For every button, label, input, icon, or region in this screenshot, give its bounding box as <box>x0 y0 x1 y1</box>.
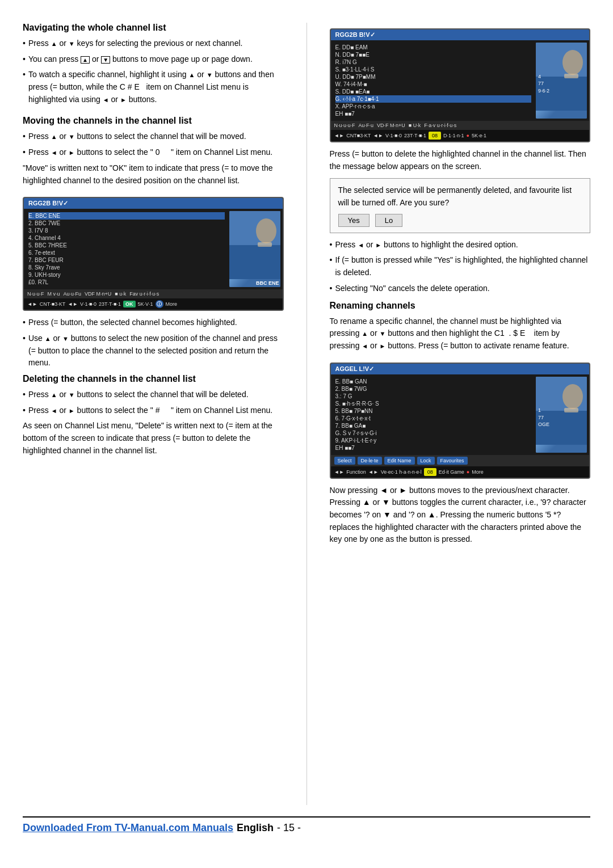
tv-screen-1: RGG2B B!V✓ E. BBC ENE 2. BBC 7WE 3. I7V … <box>23 197 284 311</box>
tv1-thumb-svg <box>229 211 280 279</box>
tv3-bar-more: More <box>472 469 484 475</box>
section-rename-heading: Renaming channels <box>330 301 591 311</box>
tv2-header: RGG2B B!V✓ <box>331 30 590 40</box>
tv1-tab-5: ■ u·k <box>115 291 126 297</box>
svg-point-10 <box>562 384 583 409</box>
tv2-channel-item: W. 74·i4·M·■ <box>335 81 532 88</box>
section-moving: Moving the channels in the channel list … <box>23 116 284 187</box>
tv2-channel-item: S. DD■ ■EA■ <box>335 88 532 95</box>
dialog-box: The selected service will be permanently… <box>330 178 591 233</box>
moving-bullet-1: Press or buttons to select the channel t… <box>23 130 284 143</box>
tv3-tab-lock[interactable]: Lock <box>417 457 435 465</box>
tv3-channel-item: 3.: 7 G <box>335 393 532 400</box>
tv1-tab-1: N·u·u·F <box>27 291 44 297</box>
tv2-channel-list: E. DD■ EAM N. DD■ 7■■E R. i7N G S. ■3·1·… <box>333 43 534 119</box>
tv3-bar-08: 08 <box>424 468 436 476</box>
section-navigate-list: Press or keys for selecting the previous… <box>23 37 284 106</box>
tv1-channel-list: E. BBC ENE 2. BBC 7WE 3. I7V 8 4. Channe… <box>26 211 227 287</box>
dialog-text: The selected service will be permanently… <box>338 184 582 209</box>
tv3-channel-list: E. BB■ GAN 2. BB■ 7WG 3.: 7 G S. ■·h·s·R… <box>333 377 534 453</box>
tv2-channel-item: U. DD■ 7P■MM <box>335 73 532 81</box>
tv3-footer-bar: ◄► Function ◄► Ve·ec·1 h·a·n·n·e·l 08 Ed… <box>331 466 590 478</box>
tv1-channel-item: £0. R7L <box>28 279 225 286</box>
delete-bullet-1: Press or buttons to highlight the desire… <box>330 239 591 251</box>
tv1-channel-item: 8. Sky 7rave <box>28 264 225 271</box>
tv3-tab-favourites[interactable]: Favourites <box>437 457 468 465</box>
delete-bullets: Press or buttons to highlight the desire… <box>330 239 591 295</box>
tv1-bar-text3: 23T·T·■·1 <box>99 301 121 307</box>
tv3-tab-editname[interactable]: Edit Name <box>384 457 415 465</box>
tv3-tab-select[interactable]: Select <box>334 457 355 465</box>
tv3-channel-item: G. S v 7·r·s·v·G·i <box>335 429 532 437</box>
section3-bullet-2: Use or buttons to select the new positio… <box>23 332 284 369</box>
tv2-bar-08: 08 <box>429 132 441 140</box>
svg-rect-11 <box>564 408 578 412</box>
tv2-channel-item: R. i7N G <box>335 58 532 66</box>
tv1-footer-tabs: N·u·u·F M v·u Au·u·Fu VDF M·n+U ■ u·k Fa… <box>24 289 283 298</box>
tv3-channel-item: 2. BB■ 7WG <box>335 385 532 393</box>
delete-bullet-3: Selecting "No" cancels the delete operat… <box>330 283 591 295</box>
tv3-channel-item: 6. 7·G·x·t·e·x·t <box>335 415 532 422</box>
tv2-tab-2: Au·F·u <box>359 123 374 128</box>
tv1-channel-item: 3. I7V 8 <box>28 227 225 234</box>
moving-bullet-2: Press or buttons to select the " 0 " ite… <box>23 146 284 159</box>
nav-bullet-1: Press or keys for selecting the previous… <box>23 37 284 50</box>
tv1-channel-item: 2. BBC 7WE <box>28 220 225 227</box>
tv1-channel-item: 9. UKH·story <box>28 271 225 279</box>
delete-para: Press (= button to delete the highlighte… <box>330 148 591 172</box>
section-moving-heading: Moving the channels in the channel list <box>23 116 284 126</box>
footer-link[interactable]: Downloaded From TV-Manual.com Manuals <box>23 822 233 834</box>
tv2-channel-item: N. DD■ 7■■E <box>335 51 532 58</box>
tv3-bar-text3: Ed·it Game <box>439 469 464 475</box>
info-icon: ⓘ <box>156 300 163 308</box>
tv3-body: E. BB■ GAN 2. BB■ 7WG 3.: 7 G S. ■·h·s·R… <box>331 374 590 455</box>
tv2-channel-selected: G. ‹·!·l·a 7c·1■4·1 <box>335 95 532 103</box>
tv3-red-dot-icon: ● <box>467 469 469 475</box>
nav-arrows-icon-2: ◄► <box>68 301 78 307</box>
section-rename: Renaming channels To rename a specific c… <box>330 301 591 352</box>
tv3-channel-item: 5. BB■ 7P■NN <box>335 407 532 415</box>
tv3-channel-item: S. ■·h·s·R·R·G· S <box>335 400 532 407</box>
section-moving-list: Press or buttons to select the channel t… <box>23 130 284 158</box>
tv2-channel-item: E. DD■ EAM <box>335 44 532 51</box>
dialog-no-button[interactable]: Lo <box>375 214 402 227</box>
tv3-channel-item: 9. AKP·i·L·t·E·r·y <box>335 437 532 444</box>
tv1-channel-item: 4. Channel 4 <box>28 234 225 242</box>
tv1-footer-bar: ◄► CNT·■3·KT ◄► V·1·■·0 23T·T·■·1 OK 5K·… <box>24 298 283 310</box>
deleting-bullet-2: Press or buttons to select the " # " ite… <box>23 404 284 417</box>
rename-para1: To rename a specific channel, the channe… <box>330 315 591 352</box>
tv3-bar-text1: Function <box>346 469 366 475</box>
nav-bullet-2: You can press ▲ or ▼ buttons to move pag… <box>23 53 284 66</box>
section-deleting-list: Press or buttons to select the channel t… <box>23 389 284 416</box>
tv1-channel-item: 5. BBC 7HREE <box>28 242 225 249</box>
tv1-header: RGG2B B!V✓ <box>24 198 283 209</box>
tv2-numbers: 4779·6·2 <box>538 73 549 95</box>
tv2-tab-4: ■ U·k <box>409 123 421 128</box>
column-divider <box>306 23 307 805</box>
svg-point-2 <box>256 218 276 243</box>
tv3-channel-item: 7. BB■ GA■ <box>335 422 532 429</box>
tv2-bar-text1: CNT■3·KT <box>346 133 371 138</box>
section3-bullet-1: Press (= button, the selected channel be… <box>23 317 284 329</box>
nav-bullet-3: To watch a specific channel, highlight i… <box>23 69 284 106</box>
tv3-tab-delete[interactable]: De·le·te <box>358 457 382 465</box>
tv2-body: E. DD■ EAM N. DD■ 7■■E R. i7N G S. ■3·1·… <box>331 40 590 121</box>
section-deleting: Deleting the channels in the channel lis… <box>23 374 284 457</box>
nav-arrows-tv3: ◄► <box>334 469 345 475</box>
rename-para2: Now pressing ◄ or ► buttons moves to the… <box>330 484 591 546</box>
section-deleting-heading: Deleting the channels in the channel lis… <box>23 374 284 384</box>
tv3-thumbnail: 177OGE <box>536 377 587 453</box>
tv2-bar-text5: 5K·e·1 <box>472 133 486 138</box>
nav-arrows-tv2: ◄► <box>334 133 345 138</box>
tv1-channel-item: 6. 7e·etext <box>28 249 225 256</box>
svg-rect-1 <box>229 245 280 279</box>
dialog-buttons: Yes Lo <box>338 214 582 227</box>
tv1-bar-more: More <box>166 301 178 307</box>
tv1-body: E. BBC ENE 2. BBC 7WE 3. I7V 8 4. Channe… <box>24 209 283 289</box>
tv2-bar-text2: V·1·■·0 <box>385 133 402 138</box>
tv3-header: AGGEL L!V✓ <box>331 364 590 374</box>
tv1-channel-item: 7. BBC FEUR <box>28 256 225 264</box>
dialog-yes-button[interactable]: Yes <box>338 214 370 227</box>
ok-button[interactable]: OK <box>123 301 136 307</box>
tv-screen-3: AGGEL L!V✓ E. BB■ GAN 2. BB■ 7WG 3.: 7 G… <box>330 363 591 479</box>
